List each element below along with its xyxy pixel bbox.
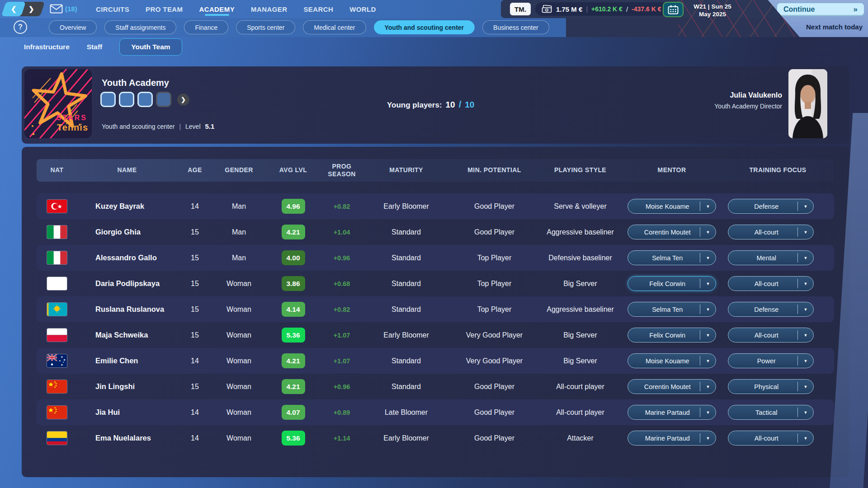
avg-level-badge: 4.21 — [282, 353, 305, 368]
table-row[interactable]: Emilie Chen14Woman4.21+1.07StandardVery … — [37, 348, 834, 374]
training-focus-dropdown[interactable]: All-court▼ — [728, 276, 814, 291]
training-focus-value: Defense — [728, 203, 797, 210]
training-focus-value: Tactical — [728, 409, 797, 416]
min-potential-value: Top Player — [450, 280, 538, 288]
pill-sports-center[interactable]: Sports center — [236, 20, 295, 34]
player-age: 14 — [177, 408, 213, 417]
training-focus-dropdown[interactable]: Mental▼ — [728, 250, 814, 265]
level-value: 5.1 — [205, 122, 215, 130]
mentor-dropdown[interactable]: Marine Partaud▼ — [627, 405, 716, 420]
mentor-dropdown[interactable]: Selma Ten▼ — [627, 250, 716, 265]
playing-style-value: Big Server — [538, 331, 622, 339]
table-row[interactable]: Giorgio Ghia15Man4.21+1.04StandardGood P… — [37, 219, 834, 245]
chevron-down-icon: ▼ — [798, 333, 813, 338]
prog-season-value: +0.96 — [321, 383, 362, 390]
table-row[interactable]: Jin Lingshi15Woman4.21+0.96StandardGood … — [37, 374, 834, 399]
player-age: 15 — [177, 280, 213, 288]
pill-business-center[interactable]: Business center — [482, 20, 549, 34]
mail-icon — [50, 4, 63, 14]
training-focus-dropdown[interactable]: Power▼ — [728, 353, 814, 368]
table-row[interactable]: Jia Hui14Woman4.07+0.89Late BloomerGood … — [37, 399, 834, 425]
mentor-value: Marine Partaud — [628, 409, 700, 416]
mentor-cell: Felix Corwin▼ — [622, 328, 722, 343]
avg-level-cell: 4.21 — [265, 353, 321, 368]
nav-item-academy[interactable]: ACADEMY — [199, 0, 235, 18]
training-focus-dropdown[interactable]: Tactical▼ — [728, 405, 814, 420]
chevron-down-icon: ▼ — [700, 282, 716, 286]
player-age: 15 — [177, 305, 213, 314]
help-button[interactable]: ? — [14, 20, 27, 34]
mentor-dropdown[interactable]: Felix Corwin▼ — [627, 276, 716, 291]
academy-header-panel: STARS Tennis Youth Academy ❯ Youth and s… — [22, 66, 849, 144]
continue-button[interactable]: Continue » — [777, 3, 864, 16]
tab-infrastructure[interactable]: Infrastructure — [24, 43, 70, 51]
pill-staff-assignments[interactable]: Staff assignments — [104, 20, 176, 34]
nav-item-search[interactable]: SEARCH — [303, 0, 333, 18]
training-focus-cell: All-court▼ — [722, 328, 834, 343]
pill-youth-and-scouting-center[interactable]: Youth and scouting center — [374, 20, 475, 34]
mail-unread-count: (18) — [65, 5, 77, 13]
academy-slot-1 — [100, 92, 116, 107]
training-focus-value: Mental — [728, 254, 797, 262]
avg-level-badge: 5.36 — [282, 431, 305, 446]
nav-item-circuits[interactable]: CIRCUITS — [96, 0, 129, 18]
training-focus-dropdown[interactable]: Defense▼ — [728, 199, 814, 214]
training-focus-dropdown[interactable]: Physical▼ — [728, 379, 814, 394]
mentor-dropdown[interactable]: Moise Kouame▼ — [627, 199, 716, 214]
flag-ita-icon — [47, 251, 67, 264]
prog-season-value: +0.96 — [321, 254, 362, 262]
chevron-down-icon: ▼ — [798, 204, 813, 209]
mentor-dropdown[interactable]: Corentin Moutet▼ — [627, 225, 716, 239]
table-row[interactable]: Ema Nuelalares14Woman5.36+1.14Early Bloo… — [37, 425, 834, 451]
player-nationality-flag — [37, 225, 77, 239]
table-row[interactable]: Kuzey Bayrak14Man4.96+0.82Early BloomerG… — [37, 193, 834, 219]
min-potential-value: Good Player — [450, 383, 538, 391]
mentor-dropdown[interactable]: Corentin Moutet▼ — [627, 379, 716, 394]
mentor-dropdown[interactable]: Felix Corwin▼ — [627, 328, 716, 343]
level-label: Level — [185, 123, 200, 130]
mentor-dropdown[interactable]: Selma Ten▼ — [627, 302, 716, 317]
nav-item-world[interactable]: WORLD — [349, 0, 376, 18]
playing-style-value: Serve & volleyer — [538, 202, 622, 211]
avg-level-cell: 3.86 — [265, 276, 321, 291]
next-match-label: Next match today — [806, 23, 863, 31]
prog-season-value: +0.68 — [321, 280, 362, 287]
training-focus-dropdown[interactable]: All-court▼ — [728, 328, 814, 343]
avg-level-badge: 4.21 — [282, 225, 305, 239]
nav-item-pro-team[interactable]: PRO TEAM — [146, 0, 183, 18]
tab-staff[interactable]: Staff — [87, 43, 102, 51]
training-focus-cell: Mental▼ — [722, 250, 834, 265]
player-name: Emilie Chen — [77, 357, 177, 365]
training-focus-value: Defense — [728, 306, 797, 313]
mentor-value: Marine Partaud — [628, 435, 700, 442]
chevron-down-icon: ▼ — [798, 230, 813, 235]
inbox-button[interactable]: (18) — [50, 4, 77, 14]
chevron-down-icon: ▼ — [798, 385, 813, 389]
table-row[interactable]: Ruslana Ruslanova15Woman4.14+0.82Standar… — [37, 296, 834, 322]
training-focus-dropdown[interactable]: Defense▼ — [728, 302, 814, 317]
training-focus-dropdown[interactable]: All-court▼ — [728, 225, 814, 239]
pill-overview[interactable]: Overview — [49, 20, 97, 34]
expand-slots-button[interactable]: ❯ — [177, 94, 189, 106]
tab-youth-team[interactable]: Youth Team — [119, 38, 182, 56]
pill-medical-center[interactable]: Medical center — [303, 20, 366, 34]
table-row[interactable]: Maja Schweika15Woman5.36+1.07Early Bloom… — [37, 322, 834, 348]
player-nationality-flag — [37, 380, 77, 393]
min-potential-value: Top Player — [450, 254, 538, 262]
training-focus-cell: Defense▼ — [722, 302, 834, 317]
table-row[interactable]: Alessandro Gallo15Man4.00+0.96StandardTo… — [37, 245, 834, 271]
nav-item-manager[interactable]: MANAGER — [251, 0, 287, 18]
chevron-down-icon: ▼ — [700, 410, 716, 415]
avg-level-cell: 4.96 — [265, 199, 321, 214]
date-week: W21 | Sun 25 — [686, 3, 739, 11]
finance-summary[interactable]: 1.75 M € | +610.2 K € / -437.6 K € — [535, 2, 667, 16]
pill-finance[interactable]: Finance — [184, 20, 228, 34]
mentor-dropdown[interactable]: Moise Kouame▼ — [627, 353, 716, 368]
table-row[interactable]: Daria Podlipskaya15Woman3.86+0.68Standar… — [37, 271, 834, 296]
mentor-dropdown[interactable]: Marine Partaud▼ — [627, 431, 716, 446]
player-name: Jin Lingshi — [77, 382, 177, 391]
prog-season-value: +1.07 — [321, 332, 362, 339]
player-nationality-flag — [37, 406, 77, 419]
training-focus-dropdown[interactable]: All-court▼ — [728, 431, 814, 446]
calendar-button[interactable] — [663, 2, 684, 17]
